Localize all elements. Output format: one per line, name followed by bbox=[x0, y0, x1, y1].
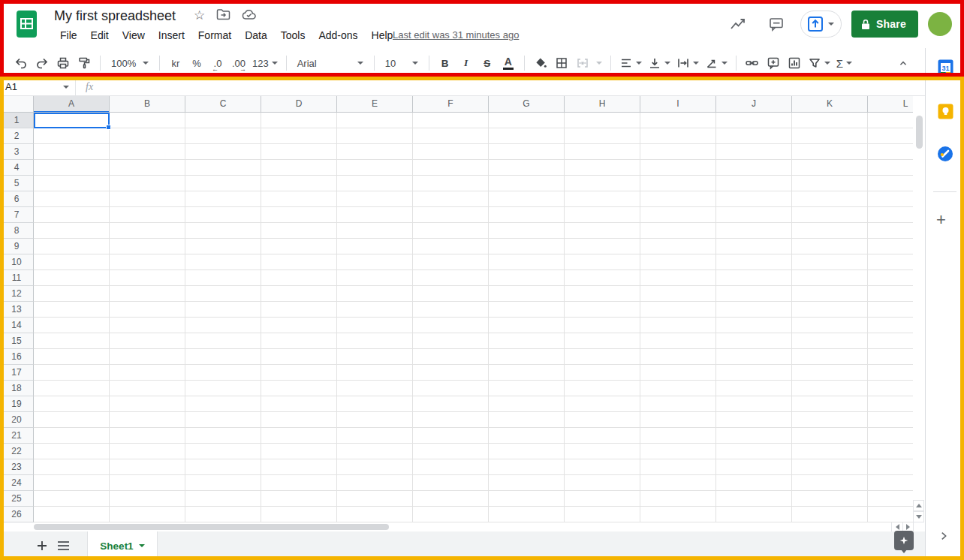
fill-handle[interactable] bbox=[106, 125, 111, 130]
scroll-up-button[interactable] bbox=[913, 500, 924, 511]
fill-color-button[interactable] bbox=[531, 53, 550, 73]
column-header[interactable]: C bbox=[185, 96, 261, 113]
spreadsheet-cells[interactable] bbox=[34, 113, 913, 522]
document-title[interactable]: My first spreadsheet bbox=[54, 8, 176, 24]
undo-button[interactable] bbox=[11, 53, 31, 73]
more-formats-button[interactable]: 123 bbox=[250, 53, 280, 73]
text-rotation-button[interactable] bbox=[703, 53, 730, 73]
menu-item[interactable]: Tools bbox=[274, 28, 312, 43]
tasks-icon[interactable] bbox=[937, 146, 953, 162]
insights-icon[interactable] bbox=[724, 10, 752, 38]
row-header[interactable]: 7 bbox=[0, 207, 34, 223]
row-header[interactable]: 3 bbox=[0, 144, 34, 160]
explore-button[interactable] bbox=[894, 531, 914, 550]
menu-item[interactable]: Add-ons bbox=[312, 28, 364, 43]
row-header[interactable]: 25 bbox=[0, 491, 34, 507]
menu-item[interactable]: Insert bbox=[152, 28, 191, 43]
print-button[interactable] bbox=[53, 53, 73, 73]
row-header[interactable]: 18 bbox=[0, 381, 34, 396]
row-header[interactable]: 11 bbox=[0, 270, 34, 286]
present-dropdown-caret[interactable] bbox=[828, 23, 834, 26]
present-button[interactable] bbox=[800, 11, 842, 38]
row-header[interactable]: 15 bbox=[0, 333, 34, 349]
row-header[interactable]: 17 bbox=[0, 365, 34, 381]
column-header[interactable]: H bbox=[565, 96, 640, 113]
calendar-icon[interactable]: 31 bbox=[937, 59, 953, 75]
column-header[interactable]: A bbox=[34, 96, 110, 113]
scroll-down-button[interactable] bbox=[913, 511, 924, 522]
functions-button[interactable]: Σ bbox=[834, 53, 854, 73]
vertical-scrollbar-thumb[interactable] bbox=[916, 116, 923, 149]
add-sheet-button[interactable] bbox=[32, 535, 53, 556]
row-header[interactable]: 6 bbox=[0, 191, 34, 207]
decrease-decimal-button[interactable]: .0 ← bbox=[208, 53, 227, 73]
menu-item[interactable]: View bbox=[116, 28, 152, 43]
row-header[interactable]: 10 bbox=[0, 254, 34, 270]
collapse-panel-icon[interactable] bbox=[938, 530, 950, 545]
font-family-select[interactable]: Arial bbox=[293, 53, 368, 73]
menu-item[interactable]: Format bbox=[191, 28, 238, 43]
cloud-saved-icon[interactable] bbox=[242, 9, 257, 23]
selection-box[interactable] bbox=[34, 113, 110, 128]
row-header[interactable]: 16 bbox=[0, 349, 34, 365]
paint-format-button[interactable] bbox=[74, 53, 94, 73]
row-header[interactable]: 8 bbox=[0, 223, 34, 239]
column-header[interactable]: G bbox=[489, 96, 565, 113]
sheet-tab-sheet1[interactable]: Sheet1 bbox=[87, 531, 158, 560]
row-header[interactable]: 21 bbox=[0, 428, 34, 444]
last-edit-link[interactable]: Last edit was 31 minutes ago bbox=[393, 29, 519, 41]
text-color-button[interactable]: A bbox=[499, 53, 518, 73]
format-currency-button[interactable]: kr bbox=[166, 53, 185, 73]
bold-button[interactable]: B bbox=[435, 53, 455, 73]
strikethrough-button[interactable]: S bbox=[477, 53, 497, 73]
insert-comment-button[interactable] bbox=[764, 53, 783, 73]
row-header[interactable]: 12 bbox=[0, 286, 34, 302]
borders-button[interactable] bbox=[552, 53, 571, 73]
vertical-align-button[interactable] bbox=[646, 53, 673, 73]
zoom-select[interactable]: 100% bbox=[107, 53, 153, 73]
horizontal-align-button[interactable] bbox=[617, 53, 644, 73]
increase-decimal-button[interactable]: .00 → bbox=[229, 53, 249, 73]
row-header[interactable]: 26 bbox=[0, 507, 34, 522]
column-header[interactable]: L bbox=[868, 96, 913, 113]
collapse-toolbar-icon[interactable] bbox=[893, 53, 913, 73]
row-header[interactable]: 1 bbox=[0, 113, 34, 128]
name-box-caret[interactable] bbox=[63, 86, 69, 89]
merge-cells-button[interactable] bbox=[573, 53, 592, 73]
sheets-logo-icon[interactable] bbox=[16, 10, 38, 41]
insert-link-button[interactable] bbox=[743, 53, 762, 73]
row-header[interactable]: 14 bbox=[0, 318, 34, 333]
move-to-folder-icon[interactable] bbox=[216, 8, 230, 23]
column-header[interactable]: J bbox=[716, 96, 792, 113]
menu-item[interactable]: Data bbox=[238, 28, 274, 43]
select-all-corner[interactable] bbox=[0, 96, 34, 113]
account-avatar[interactable] bbox=[928, 12, 952, 36]
filter-button[interactable] bbox=[806, 53, 833, 73]
sheet-tab-menu-caret[interactable] bbox=[139, 544, 145, 547]
text-wrap-button[interactable] bbox=[674, 53, 701, 73]
share-button[interactable]: Share bbox=[851, 11, 918, 38]
row-header[interactable]: 24 bbox=[0, 475, 34, 491]
column-header[interactable]: B bbox=[110, 96, 185, 113]
star-icon[interactable]: ☆ bbox=[194, 8, 205, 23]
row-header[interactable]: 23 bbox=[0, 459, 34, 475]
column-header[interactable]: I bbox=[640, 96, 716, 113]
column-header[interactable]: K bbox=[792, 96, 868, 113]
row-header[interactable]: 5 bbox=[0, 176, 34, 191]
menu-item[interactable]: File bbox=[53, 28, 84, 43]
column-header[interactable]: E bbox=[337, 96, 413, 113]
row-header[interactable]: 13 bbox=[0, 302, 34, 318]
menu-item[interactable]: Edit bbox=[84, 28, 116, 43]
column-header[interactable]: D bbox=[261, 96, 337, 113]
redo-button[interactable] bbox=[32, 53, 52, 73]
addon-plus-icon[interactable]: + bbox=[936, 210, 946, 230]
font-size-select[interactable]: 10 bbox=[381, 53, 423, 73]
italic-button[interactable]: I bbox=[456, 53, 476, 73]
formula-input[interactable] bbox=[103, 78, 925, 95]
row-header[interactable]: 4 bbox=[0, 160, 34, 176]
horizontal-scrollbar-thumb[interactable] bbox=[34, 524, 389, 530]
column-header[interactable]: F bbox=[413, 96, 489, 113]
row-header[interactable]: 20 bbox=[0, 412, 34, 428]
insert-chart-button[interactable] bbox=[785, 53, 804, 73]
row-header[interactable]: 2 bbox=[0, 128, 34, 144]
